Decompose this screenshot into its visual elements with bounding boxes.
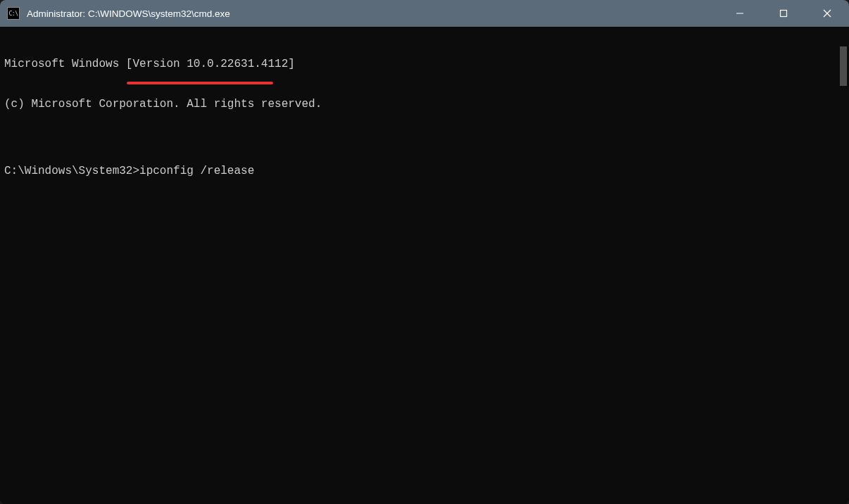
cmd-app-icon: C:\ [7,7,20,20]
content-wrapper: Microsoft Windows [Version 10.0.22631.41… [0,27,849,504]
minimize-icon [736,9,744,18]
svg-rect-1 [781,11,787,17]
scrollbar-thumb[interactable] [840,46,847,86]
maximize-icon [779,9,788,18]
titlebar[interactable]: C:\ Administrator: C:\WINDOWS\system32\c… [0,0,849,27]
window-title: Administrator: C:\WINDOWS\system32\cmd.e… [27,8,230,19]
close-icon [823,9,831,18]
terminal-output[interactable]: Microsoft Windows [Version 10.0.22631.41… [0,27,838,504]
terminal-line: (c) Microsoft Corporation. All rights re… [4,98,834,111]
scrollbar-track[interactable] [838,27,849,504]
close-button[interactable] [805,0,849,27]
annotation-underline [127,82,273,84]
terminal-line: Microsoft Windows [Version 10.0.22631.41… [4,58,834,71]
terminal-prompt-line: C:\Windows\System32>ipconfig /release [4,165,834,178]
window-controls [718,0,849,27]
maximize-button[interactable] [762,0,805,27]
minimize-button[interactable] [718,0,762,27]
cmd-window: C:\ Administrator: C:\WINDOWS\system32\c… [0,0,849,504]
